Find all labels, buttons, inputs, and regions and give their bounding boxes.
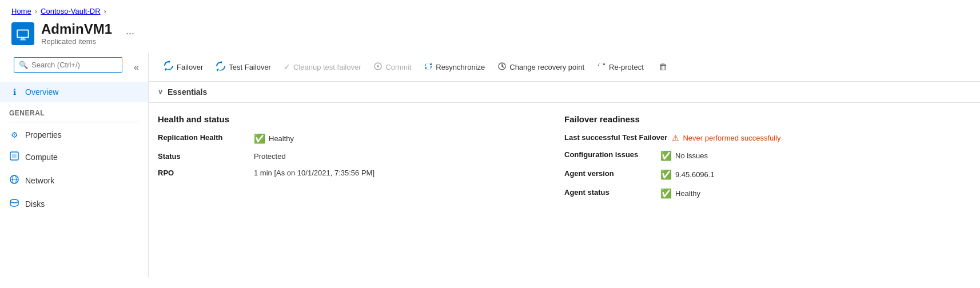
- breadcrumb: Home › Contoso-Vault-DR ›: [0, 0, 980, 19]
- agent-status-label: Agent status: [564, 188, 656, 197]
- sidebar-item-properties[interactable]: ⚙ Properties: [0, 125, 148, 145]
- agent-version-label: Agent version: [564, 169, 656, 178]
- agent-status-row: Agent status ✅ Healthy: [564, 188, 948, 199]
- breadcrumb-vault[interactable]: Contoso-Vault-DR: [41, 7, 101, 15]
- status-row: Status Protected: [158, 152, 541, 161]
- properties-icon: ⚙: [9, 130, 19, 139]
- commit-label: Commit: [385, 63, 411, 71]
- check-circle-green-icon: ✅: [254, 133, 265, 144]
- replication-health-row: Replication Health ✅ Healthy: [158, 133, 541, 144]
- svg-rect-2: [21, 38, 25, 39]
- vm-icon: [11, 22, 34, 45]
- cleanup-label: Cleanup test failover: [293, 63, 361, 71]
- search-icon: 🔍: [19, 61, 28, 69]
- search-box[interactable]: 🔍: [14, 57, 122, 73]
- delete-button[interactable]: 🗑: [653, 58, 674, 75]
- change-recovery-point-label: Change recovery point: [509, 63, 584, 71]
- content-area: Failover Test Failover ✓ Cleanup test fa…: [149, 53, 980, 278]
- check-circle-green-icon-2: ✅: [660, 150, 672, 161]
- compute-icon: [9, 151, 19, 163]
- status-value: Protected: [254, 152, 286, 161]
- rpo-row: RPO 1 min [As on 10/1/2021, 7:35:56 PM]: [158, 169, 541, 177]
- essentials-body: Health and status Replication Health ✅ H…: [149, 103, 980, 218]
- replication-health-value: ✅ Healthy: [254, 133, 294, 144]
- never-performed-link[interactable]: Never performed successfully: [683, 134, 780, 142]
- chevron-down-icon: ∨: [158, 88, 163, 96]
- essentials-section-header[interactable]: ∨ Essentials: [149, 82, 980, 103]
- re-protect-icon: [597, 62, 606, 73]
- network-icon: [9, 174, 19, 186]
- page-header: AdminVM1 Replicated items ···: [0, 19, 980, 53]
- test-failover-label: Test Failover: [229, 63, 271, 71]
- config-issues-label: Configuration issues: [564, 150, 656, 159]
- breadcrumb-home[interactable]: Home: [11, 7, 31, 15]
- sidebar: 🔍 « ℹ Overview General ⚙ Properties Comp…: [0, 53, 149, 278]
- essentials-label: Essentials: [168, 87, 207, 97]
- agent-version-row: Agent version ✅ 9.45.6096.1: [564, 169, 948, 180]
- resync-icon: [424, 62, 433, 73]
- health-status-title: Health and status: [158, 114, 541, 124]
- cleanup-test-failover-button[interactable]: ✓ Cleanup test failover: [278, 59, 367, 75]
- last-test-failover-value: ⚠ Never performed successfully: [672, 133, 780, 142]
- svg-rect-1: [18, 30, 27, 37]
- failover-icon: [164, 61, 174, 73]
- sidebar-disks-label: Disks: [25, 199, 45, 209]
- page-title: AdminVM1: [41, 21, 112, 37]
- sidebar-divider: [9, 122, 139, 122]
- warning-icon: ⚠: [672, 133, 679, 142]
- toolbar: Failover Test Failover ✓ Cleanup test fa…: [149, 53, 980, 82]
- more-options-button[interactable]: ···: [121, 25, 139, 42]
- commit-icon: [373, 62, 383, 73]
- main-layout: 🔍 « ℹ Overview General ⚙ Properties Comp…: [0, 53, 980, 278]
- disks-icon: [9, 198, 19, 210]
- failover-readiness-title: Failover readiness: [564, 114, 948, 124]
- change-recovery-point-button[interactable]: Change recovery point: [492, 58, 590, 76]
- resynchronize-button[interactable]: Resynchronize: [418, 58, 491, 76]
- config-issues-value: ✅ No issues: [660, 150, 708, 161]
- re-protect-button[interactable]: Re-protect: [591, 58, 650, 76]
- recovery-point-icon: [497, 62, 507, 73]
- svg-point-9: [10, 199, 18, 203]
- sidebar-network-label: Network: [25, 176, 54, 185]
- test-failover-button[interactable]: Test Failover: [210, 58, 277, 77]
- sidebar-properties-label: Properties: [25, 130, 62, 139]
- resynchronize-label: Resynchronize: [436, 63, 485, 71]
- check-icon: ✓: [284, 62, 290, 71]
- sidebar-collapse-button[interactable]: «: [132, 62, 141, 73]
- sidebar-item-disks[interactable]: Disks: [0, 192, 148, 215]
- svg-rect-3: [20, 39, 26, 40]
- failover-button[interactable]: Failover: [158, 57, 209, 77]
- failover-readiness-section: Failover readiness Last successful Test …: [564, 114, 971, 207]
- sidebar-item-compute[interactable]: Compute: [0, 145, 148, 169]
- search-input[interactable]: [31, 61, 117, 69]
- commit-button[interactable]: Commit: [368, 58, 417, 76]
- last-test-failover-row: Last successful Test Failover ⚠ Never pe…: [564, 133, 948, 142]
- check-circle-green-icon-3: ✅: [660, 169, 672, 180]
- sidebar-overview-label: Overview: [25, 87, 58, 97]
- check-circle-green-icon-4: ✅: [660, 188, 672, 199]
- config-issues-row: Configuration issues ✅ No issues: [564, 150, 948, 161]
- sidebar-item-overview[interactable]: ℹ Overview: [0, 82, 148, 102]
- test-failover-icon: [216, 61, 226, 73]
- sidebar-compute-label: Compute: [25, 153, 58, 162]
- svg-rect-5: [12, 154, 17, 158]
- sidebar-item-network[interactable]: Network: [0, 169, 148, 192]
- rpo-value: 1 min [As on 10/1/2021, 7:35:56 PM]: [254, 169, 375, 177]
- failover-label: Failover: [177, 63, 203, 71]
- svg-point-11: [377, 65, 379, 67]
- agent-version-value: ✅ 9.45.6096.1: [660, 169, 715, 180]
- status-label: Status: [158, 152, 249, 161]
- rpo-label: RPO: [158, 169, 249, 177]
- re-protect-label: Re-protect: [609, 63, 644, 71]
- replication-health-label: Replication Health: [158, 133, 249, 142]
- last-test-failover-label: Last successful Test Failover: [564, 133, 667, 142]
- agent-status-value: ✅ Healthy: [660, 188, 700, 199]
- health-status-section: Health and status Replication Health ✅ H…: [158, 114, 564, 207]
- sidebar-section-general: General: [0, 102, 148, 119]
- delete-icon: 🗑: [659, 62, 668, 72]
- info-icon: ℹ: [9, 87, 19, 97]
- page-subtitle: Replicated items: [41, 37, 112, 46]
